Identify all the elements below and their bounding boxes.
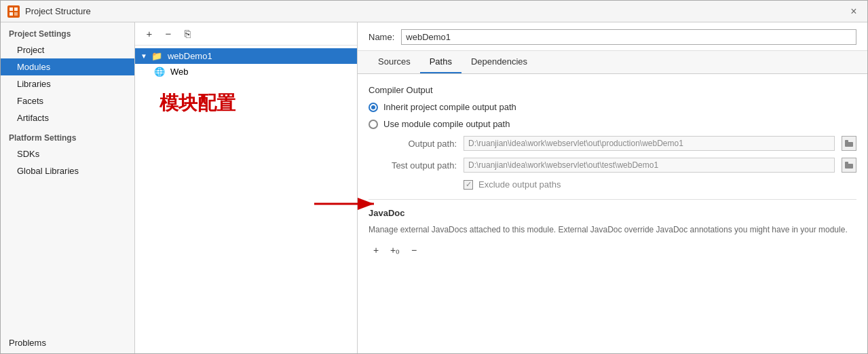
- tab-paths[interactable]: Paths: [420, 51, 461, 73]
- app-icon: [7, 5, 20, 18]
- main-content: Project Settings Project Modules Librari…: [1, 22, 867, 353]
- name-label: Name:: [369, 32, 394, 42]
- javadoc-remove-button[interactable]: −: [407, 243, 421, 258]
- tree-item-web-label: Web: [170, 67, 189, 77]
- output-path-input[interactable]: [464, 136, 835, 151]
- tab-dependencies[interactable]: Dependencies: [461, 51, 537, 73]
- compiler-output-title: Compiler Output: [369, 85, 856, 95]
- svg-rect-2: [10, 12, 13, 16]
- name-row: Name:: [358, 22, 867, 51]
- test-output-path-browse-button[interactable]: [842, 158, 856, 173]
- tree-item-web[interactable]: 🌐 Web: [135, 64, 357, 79]
- output-path-row: Output path:: [369, 136, 856, 151]
- svg-rect-1: [14, 7, 18, 11]
- title-bar: Project Structure ×: [1, 1, 867, 22]
- folder-icon: 📁: [151, 51, 162, 61]
- svg-rect-6: [845, 142, 853, 147]
- javadoc-desc: Manage external JavaDocs attached to thi…: [369, 224, 856, 236]
- window-title: Project Structure: [25, 6, 91, 16]
- radio-inherit-btn[interactable]: [369, 103, 378, 112]
- sidebar-item-project[interactable]: Project: [1, 41, 134, 58]
- tree-item-webdemo1[interactable]: ▼ 📁 webDemo1: [135, 48, 357, 64]
- add-module-button[interactable]: +: [142, 26, 157, 41]
- exclude-checkbox[interactable]: ✓: [464, 180, 473, 190]
- tree-panel: + − ⎘ ▼ 📁 webDemo1 🌐 Web 模块配置: [135, 22, 358, 353]
- sidebar-item-libraries[interactable]: Libraries: [1, 75, 134, 92]
- svg-rect-0: [10, 7, 13, 11]
- sidebar-item-modules[interactable]: Modules: [1, 58, 134, 75]
- output-path-browse-button[interactable]: [842, 136, 856, 151]
- sidebar: Project Settings Project Modules Librari…: [1, 22, 135, 353]
- tree-expand-arrow: ▼: [140, 52, 147, 60]
- radio-inherit-row: Inherit project compile output path: [369, 102, 856, 112]
- title-bar-left: Project Structure: [7, 5, 91, 18]
- svg-rect-8: [845, 164, 853, 169]
- project-structure-window: Project Structure × Project Settings Pro…: [0, 0, 868, 354]
- svg-rect-7: [845, 140, 848, 143]
- radio-use-module-row: Use module compile output path: [369, 119, 856, 129]
- copy-module-button[interactable]: ⎘: [180, 26, 195, 41]
- web-icon: 🌐: [154, 67, 165, 77]
- annotation-container: 模块配置: [135, 79, 357, 116]
- svg-rect-3: [14, 12, 18, 16]
- remove-module-button[interactable]: −: [161, 26, 176, 41]
- radio-inherit-label: Inherit project compile output path: [383, 102, 516, 112]
- tab-sources[interactable]: Sources: [369, 51, 420, 73]
- svg-rect-9: [845, 162, 848, 164]
- name-input[interactable]: [401, 29, 856, 45]
- tree-content: ▼ 📁 webDemo1 🌐 Web 模块配置: [135, 46, 357, 353]
- exclude-output-row: ✓ Exclude output paths: [464, 179, 856, 190]
- javadoc-toolbar: + +₀ −: [369, 243, 856, 258]
- tree-toolbar: + − ⎘: [135, 22, 357, 46]
- chinese-annotation: 模块配置: [146, 82, 249, 124]
- sidebar-item-facets[interactable]: Facets: [1, 92, 134, 109]
- javadoc-section: JavaDoc Manage external JavaDocs attache…: [369, 199, 856, 258]
- javadoc-title: JavaDoc: [369, 208, 856, 218]
- test-output-path-row: Test output path:: [369, 158, 856, 173]
- content-panel: Name: Sources Paths Dependencies Compile…: [358, 22, 867, 353]
- exclude-label: Exclude output paths: [478, 179, 561, 190]
- sidebar-item-sdks[interactable]: SDKs: [1, 145, 134, 162]
- sidebar-item-problems[interactable]: Problems: [1, 332, 134, 353]
- test-output-path-input[interactable]: [464, 158, 835, 173]
- platform-settings-header: Platform Settings: [1, 126, 134, 145]
- close-button[interactable]: ×: [847, 5, 861, 18]
- panel-body: Compiler Output Inherit project compile …: [358, 74, 867, 353]
- test-output-path-label: Test output path:: [369, 160, 457, 171]
- tree-item-webdemo1-label: webDemo1: [168, 51, 212, 61]
- project-settings-header: Project Settings: [1, 25, 134, 41]
- javadoc-add-button[interactable]: +: [369, 243, 383, 258]
- output-path-label: Output path:: [369, 139, 457, 149]
- sidebar-item-artifacts[interactable]: Artifacts: [1, 109, 134, 126]
- tabs-bar: Sources Paths Dependencies: [358, 51, 867, 74]
- radio-use-module-label: Use module compile output path: [383, 119, 510, 129]
- radio-use-module-btn[interactable]: [369, 120, 378, 129]
- javadoc-add-special-button[interactable]: +₀: [388, 243, 402, 258]
- sidebar-item-global-libraries[interactable]: Global Libraries: [1, 162, 134, 179]
